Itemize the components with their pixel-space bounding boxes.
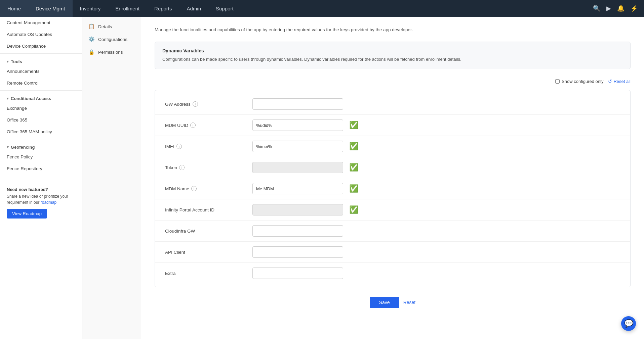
- form-row-mdm-uuid: MDM UUID i ✅: [155, 115, 630, 136]
- sidebar-item-device-compliance[interactable]: Device Compliance: [0, 40, 82, 52]
- nav-support[interactable]: Support: [208, 0, 241, 17]
- label-token: Token i: [165, 165, 252, 170]
- chat-fab-button[interactable]: 💬: [621, 316, 636, 331]
- sidebar-section-conditional-access[interactable]: ▾ Conditional Access: [0, 92, 82, 102]
- sidebar-section-tools[interactable]: ▾ Tools: [0, 55, 82, 65]
- input-mdm-uuid[interactable]: [252, 119, 343, 131]
- check-icon-mdm-uuid: ✅: [349, 121, 358, 130]
- save-button[interactable]: Save: [370, 297, 399, 308]
- chat-icon: 💬: [624, 319, 633, 328]
- tools-chevron-icon: ▾: [7, 59, 9, 64]
- label-gw-address: GW Address i: [165, 101, 252, 107]
- label-mdm-name: MDM Name i: [165, 186, 252, 191]
- promo-title: Need new features?: [7, 187, 75, 192]
- check-icon-imei: ✅: [349, 142, 358, 151]
- input-token: [252, 162, 343, 173]
- nav-inventory[interactable]: Inventory: [73, 0, 108, 17]
- dynamic-variables-box: Dynamic Variables Configurations can be …: [155, 42, 631, 69]
- dynamic-variables-title: Dynamic Variables: [162, 48, 623, 53]
- main-content: Manage the functionalities and capabilit…: [141, 17, 644, 339]
- layout: Content Management Automate OS Updates D…: [0, 17, 644, 339]
- sidebar-item-automate-os-updates[interactable]: Automate OS Updates: [0, 29, 82, 40]
- sidebar-item-content-management[interactable]: Content Management: [0, 17, 82, 29]
- input-gw-address[interactable]: [252, 98, 343, 110]
- show-configured-checkbox[interactable]: [555, 79, 560, 84]
- nav-enrollment[interactable]: Enrollment: [108, 0, 147, 17]
- sub-sidebar-item-permissions[interactable]: 🔒 Permissions: [82, 46, 141, 58]
- promo-text: Share a new idea or prioritize your requ…: [7, 193, 75, 205]
- details-icon: 📋: [88, 23, 95, 30]
- sidebar-item-exchange[interactable]: Exchange: [0, 102, 82, 114]
- form-row-mdm-name: MDM Name i ✅: [155, 178, 630, 199]
- lightning-icon[interactable]: ⚡: [631, 5, 638, 12]
- label-mdm-uuid: MDM UUID i: [165, 123, 252, 128]
- sidebar-section-geofencing[interactable]: ▾ Geofencing: [0, 141, 82, 151]
- sidebar-item-fence-policy[interactable]: Fence Policy: [0, 151, 82, 163]
- search-icon[interactable]: 🔍: [593, 5, 600, 12]
- reset-all-icon: ↺: [608, 79, 612, 84]
- input-imei[interactable]: [252, 141, 343, 152]
- sub-sidebar-item-details[interactable]: 📋 Details: [82, 20, 141, 33]
- form-row-extra: Extra: [155, 263, 630, 284]
- sidebar-item-remote-control[interactable]: Remote Control: [0, 77, 82, 89]
- check-icon-token: ✅: [349, 163, 358, 172]
- input-extra[interactable]: [252, 268, 343, 279]
- form-actions: Save Reset: [155, 297, 631, 308]
- input-infinity-portal: [252, 204, 343, 215]
- label-extra: Extra: [165, 271, 252, 276]
- reset-all-button[interactable]: ↺ Reset all: [608, 79, 631, 84]
- check-icon-mdm-name: ✅: [349, 184, 358, 193]
- video-icon[interactable]: ▶: [606, 5, 611, 12]
- label-infinity-portal: Infinity Portal Account ID: [165, 207, 252, 212]
- label-api-client: API Client: [165, 250, 252, 255]
- sub-sidebar: 📋 Details ⚙️ Configurations 🔒 Permission…: [82, 17, 141, 339]
- input-api-client[interactable]: [252, 246, 343, 258]
- page-description: Manage the functionalities and capabilit…: [155, 26, 631, 34]
- configurations-icon: ⚙️: [88, 36, 95, 42]
- sidebar-item-fence-repository[interactable]: Fence Repository: [0, 163, 82, 175]
- reset-button[interactable]: Reset: [403, 297, 416, 308]
- info-icon-imei[interactable]: i: [176, 144, 182, 149]
- input-cloudinfra-gw[interactable]: [252, 225, 343, 237]
- sidebar-item-announcements[interactable]: Announcements: [0, 65, 82, 77]
- form-row-cloudinfra-gw: CloudInfra GW: [155, 221, 630, 242]
- dynamic-variables-text: Configurations can be made specific to u…: [162, 56, 623, 63]
- form-toolbar: Show configured only ↺ Reset all: [155, 79, 631, 84]
- check-icon-infinity-portal: ✅: [349, 205, 358, 214]
- nav-reports[interactable]: Reports: [147, 0, 179, 17]
- sidebar-item-office365-mam[interactable]: Office 365 MAM policy: [0, 126, 82, 138]
- show-configured-label[interactable]: Show configured only: [555, 79, 603, 84]
- form-row-token: Token i ✅: [155, 157, 630, 178]
- label-cloudinfra-gw: CloudInfra GW: [165, 229, 252, 234]
- form-card: GW Address i MDM UUID i ✅ IMEI i: [155, 90, 631, 287]
- top-nav: Home Device Mgmt Inventory Enrollment Re…: [0, 0, 644, 17]
- form-row-imei: IMEI i ✅: [155, 136, 630, 157]
- form-row-infinity-portal: Infinity Portal Account ID ✅: [155, 199, 630, 221]
- form-row-api-client: API Client: [155, 242, 630, 263]
- nav-home[interactable]: Home: [0, 0, 28, 17]
- sidebar-promo: Need new features? Share a new idea or p…: [0, 182, 82, 224]
- info-icon-gw-address[interactable]: i: [193, 101, 198, 107]
- label-imei: IMEI i: [165, 144, 252, 149]
- input-mdm-name[interactable]: [252, 183, 343, 194]
- conditional-access-chevron-icon: ▾: [7, 96, 9, 101]
- nav-device-mgmt[interactable]: Device Mgmt: [28, 0, 73, 17]
- nav-admin[interactable]: Admin: [179, 0, 208, 17]
- permissions-icon: 🔒: [88, 49, 95, 55]
- view-roadmap-button[interactable]: View Roadmap: [7, 209, 47, 219]
- info-icon-mdm-uuid[interactable]: i: [190, 123, 196, 128]
- geofencing-chevron-icon: ▾: [7, 145, 9, 149]
- info-icon-token[interactable]: i: [179, 165, 185, 170]
- promo-roadmap-link[interactable]: roadmap: [41, 200, 56, 205]
- sub-sidebar-item-configurations[interactable]: ⚙️ Configurations: [82, 33, 141, 46]
- sidebar-item-office365[interactable]: Office 365: [0, 114, 82, 126]
- bell-icon[interactable]: 🔔: [617, 5, 625, 12]
- info-icon-mdm-name[interactable]: i: [191, 186, 197, 191]
- sidebar: Content Management Automate OS Updates D…: [0, 17, 82, 339]
- form-row-gw-address: GW Address i: [155, 94, 630, 115]
